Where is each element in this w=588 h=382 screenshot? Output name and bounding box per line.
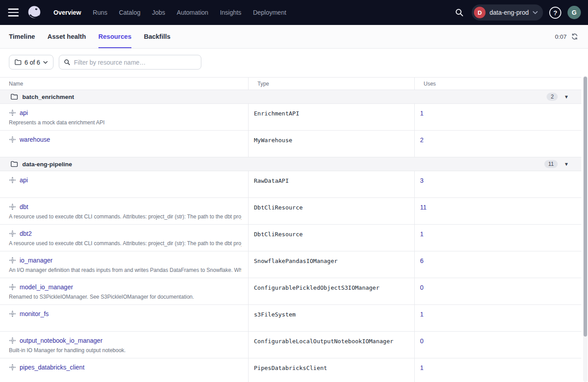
- group-row-batch-enrichment[interactable]: batch_enrichment 2 ▼: [0, 90, 581, 104]
- vertical-scrollbar[interactable]: [583, 76, 588, 382]
- resource-link[interactable]: dbt: [20, 203, 28, 210]
- uses-count-link[interactable]: 1: [420, 230, 424, 238]
- resource-type: RawDataAPI: [254, 177, 289, 184]
- column-header-uses: Uses: [414, 78, 581, 90]
- table-row: pipes_databricks_client PipesDatabricksC…: [0, 358, 581, 382]
- resource-icon: [9, 283, 16, 291]
- resource-type: DbtCliResource: [254, 203, 303, 211]
- resource-description: A resource used to execute dbt CLI comma…: [9, 240, 241, 246]
- resource-link[interactable]: io_manager: [20, 257, 53, 264]
- resource-link[interactable]: api: [20, 177, 28, 184]
- table-row: model_io_manager Renamed to S3PickleIOMa…: [0, 278, 581, 305]
- group-name: batch_enrichment: [22, 94, 74, 100]
- table-row: api RawDataAPI 3: [0, 171, 581, 198]
- main-nav: Overview Runs Catalog Jobs Automation In…: [53, 9, 286, 16]
- resource-description: Built-in IO Manager for handling output …: [9, 347, 241, 353]
- resource-icon: [9, 136, 16, 143]
- column-header-type: Type: [248, 78, 414, 90]
- resource-link[interactable]: warehouse: [20, 136, 50, 143]
- nav-automation[interactable]: Automation: [177, 9, 208, 16]
- resource-icon: [9, 109, 16, 116]
- nav-overview[interactable]: Overview: [53, 9, 81, 16]
- chevron-down-icon: [533, 11, 538, 14]
- tab-asset-health[interactable]: Asset health: [48, 25, 86, 48]
- uses-count-link[interactable]: 3: [420, 177, 424, 184]
- top-navbar: Overview Runs Catalog Jobs Automation In…: [0, 0, 588, 25]
- group-row-data-eng-pipeline[interactable]: data-eng-pipeline 11 ▼: [0, 157, 581, 171]
- workspace-switcher[interactable]: D data-eng-prod: [472, 4, 543, 21]
- table-row: dbt2 A resource used to execute dbt CLI …: [0, 225, 581, 251]
- resource-type: EnrichmentAPI: [254, 109, 299, 117]
- group-filter-button[interactable]: 6 of 6: [9, 55, 53, 70]
- dagster-logo-icon: [26, 4, 43, 21]
- nav-runs[interactable]: Runs: [93, 9, 107, 16]
- uses-count-link[interactable]: 0: [420, 337, 424, 345]
- uses-count-link[interactable]: 1: [420, 364, 424, 371]
- resource-type: s3FileSystem: [254, 310, 296, 318]
- uses-count-link[interactable]: 1: [420, 110, 424, 117]
- workspace-name: data-eng-prod: [490, 9, 529, 16]
- table-row: warehouse MyWarehouse 2: [0, 131, 581, 157]
- resource-search: [59, 55, 201, 70]
- nav-jobs[interactable]: Jobs: [152, 9, 165, 16]
- table-row: io_manager An I/O manager definition tha…: [0, 251, 581, 278]
- resource-icon: [9, 177, 16, 184]
- resource-link[interactable]: pipes_databricks_client: [20, 364, 85, 371]
- uses-count-link[interactable]: 6: [420, 257, 424, 264]
- folder-icon: [11, 161, 18, 167]
- uses-count-link[interactable]: 2: [420, 136, 424, 144]
- resource-description: An I/O manager definition that reads inp…: [9, 267, 241, 273]
- resource-type: MyWarehouse: [254, 136, 292, 144]
- resource-link[interactable]: model_io_manager: [20, 283, 73, 291]
- help-icon[interactable]: ?: [549, 7, 561, 19]
- nav-catalog[interactable]: Catalog: [119, 9, 140, 16]
- nav-deployment[interactable]: Deployment: [253, 9, 286, 16]
- column-header-name: Name: [0, 78, 248, 90]
- tabs: Timeline Asset health Resources Backfill…: [9, 25, 171, 48]
- refresh-area: 0:07: [555, 32, 579, 41]
- search-icon[interactable]: [453, 6, 466, 19]
- tab-resources[interactable]: Resources: [98, 25, 131, 48]
- user-avatar[interactable]: G: [568, 6, 581, 19]
- folder-icon: [15, 59, 21, 65]
- resources-table: Name Type Uses batch_enrichment 2 ▼ api …: [0, 77, 581, 382]
- dagster-app: Overview Runs Catalog Jobs Automation In…: [0, 0, 588, 382]
- resource-link[interactable]: api: [20, 109, 28, 116]
- scrollbar-thumb[interactable]: [584, 77, 587, 337]
- group-count-badge: 11: [544, 160, 558, 168]
- table-row: output_notebook_io_manager Built-in IO M…: [0, 332, 581, 358]
- table-row: monitor_fs s3FileSystem 1: [0, 305, 581, 332]
- resource-type: ConfigurablePickledObjectS3IOManager: [254, 283, 380, 291]
- collapse-caret-icon[interactable]: ▼: [564, 94, 569, 99]
- filter-bar: 6 of 6: [0, 49, 588, 77]
- uses-count-link[interactable]: 11: [420, 204, 427, 211]
- group-count-badge: 2: [547, 93, 558, 101]
- tab-timeline[interactable]: Timeline: [9, 25, 35, 48]
- resource-icon: [9, 310, 16, 317]
- refresh-icon[interactable]: [570, 32, 579, 41]
- resource-type: DbtCliResource: [254, 230, 303, 238]
- resource-icon: [9, 364, 16, 371]
- resource-type: ConfigurableLocalOutputNotebookIOManager: [254, 337, 393, 345]
- table-row: dbt A resource used to execute dbt CLI c…: [0, 198, 581, 225]
- resource-description: Represents a mock data enrichment API: [9, 119, 241, 126]
- refresh-timer: 0:07: [555, 33, 567, 40]
- uses-count-link[interactable]: 1: [420, 311, 424, 318]
- uses-count-link[interactable]: 0: [420, 284, 424, 291]
- menu-icon[interactable]: [7, 6, 20, 19]
- resource-icon: [9, 230, 16, 237]
- search-icon: [64, 59, 70, 66]
- collapse-caret-icon[interactable]: ▼: [564, 161, 569, 167]
- workspace-avatar: D: [474, 7, 486, 18]
- resource-description: A resource used to execute dbt CLI comma…: [9, 214, 241, 220]
- resource-filter-input[interactable]: [59, 55, 201, 70]
- folder-icon: [11, 94, 18, 100]
- resource-link[interactable]: output_notebook_io_manager: [20, 337, 102, 344]
- nav-insights[interactable]: Insights: [220, 9, 241, 16]
- group-name: data-eng-pipeline: [22, 161, 72, 168]
- tab-backfills[interactable]: Backfills: [144, 25, 171, 48]
- resource-link[interactable]: monitor_fs: [20, 310, 49, 317]
- navbar-right: D data-eng-prod ? G: [453, 4, 581, 21]
- table-row: api Represents a mock data enrichment AP…: [0, 104, 581, 131]
- resource-link[interactable]: dbt2: [20, 230, 32, 237]
